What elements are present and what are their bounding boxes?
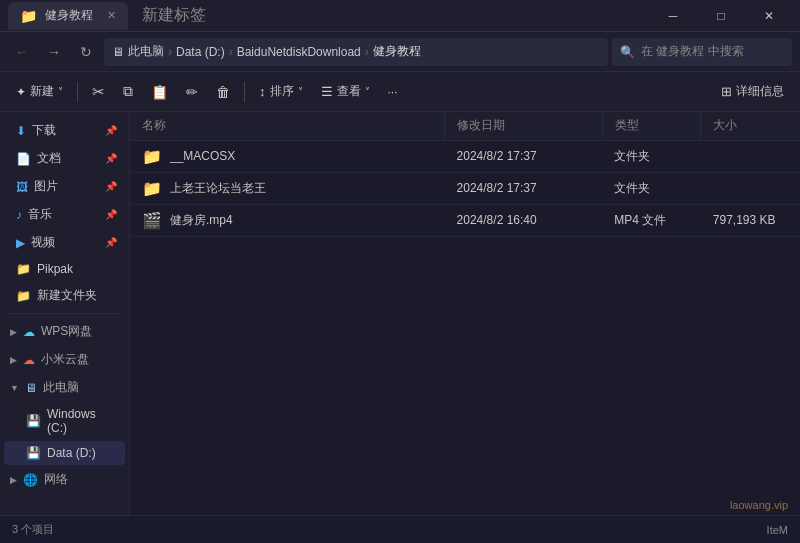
- sidebar-item-videos[interactable]: ▶ 视频 📌: [4, 229, 125, 256]
- thispc-icon: 🖥: [25, 381, 37, 395]
- title-tab[interactable]: 📁 健身教程 ✕: [8, 2, 128, 30]
- sort-button[interactable]: ↕ 排序 ˅: [251, 78, 311, 106]
- breadcrumb-thispc[interactable]: 此电脑: [128, 43, 164, 60]
- videos-icon: ▶: [16, 236, 25, 250]
- file-name-label: 健身房.mp4: [170, 212, 233, 229]
- pin-icon: 📌: [105, 125, 117, 136]
- sort-label: 排序: [270, 83, 294, 100]
- table-row[interactable]: 📁 __MACOSX 2024/8/2 17:37 文件夹: [130, 140, 800, 172]
- sidebar-section-wps[interactable]: ▶ ☁ WPS网盘: [4, 318, 125, 345]
- back-button[interactable]: ←: [8, 38, 36, 66]
- more-icon: ···: [388, 85, 398, 99]
- pictures-icon: 🖼: [16, 180, 28, 194]
- sidebar-item-documents[interactable]: 📄 文档 📌: [4, 145, 125, 172]
- sidebar-label-newfolder: 新建文件夹: [37, 287, 97, 304]
- view-icon: ☰: [321, 84, 333, 99]
- breadcrumb-baidunetdisk[interactable]: BaiduNetdiskDownload: [237, 45, 361, 59]
- sidebar-label-network: 网络: [44, 471, 68, 488]
- cell-type: 文件夹: [602, 172, 701, 204]
- breadcrumb-current[interactable]: 健身教程: [373, 43, 421, 60]
- title-bar: 📁 健身教程 ✕ 新建标签 ─ □ ✕: [0, 0, 800, 32]
- sidebar-item-pictures[interactable]: 🖼 图片 📌: [4, 173, 125, 200]
- forward-button[interactable]: →: [40, 38, 68, 66]
- cell-name: 📁 上老王论坛当老王: [130, 172, 445, 204]
- column-modified[interactable]: 修改日期: [445, 112, 603, 140]
- new-button[interactable]: ✦ 新建 ˅: [8, 78, 71, 106]
- window-controls: ─ □ ✕: [650, 2, 792, 30]
- rename-button[interactable]: ✏: [178, 78, 206, 106]
- file-table: 名称 修改日期 类型 大小 📁 __MACOSX 2024/8/2 17:37 …: [130, 112, 800, 237]
- toolbar: ✦ 新建 ˅ ✂ ⧉ 📋 ✏ 🗑 ↕ 排序 ˅ ☰ 查看 ˅ ··· ⊞ 详细信…: [0, 72, 800, 112]
- item-label: IteM: [767, 524, 788, 536]
- breadcrumb-datad[interactable]: Data (D:): [176, 45, 225, 59]
- thispc-chevron-icon: ▼: [10, 383, 19, 393]
- new-label: 新建: [30, 83, 54, 100]
- file-name-label: 上老王论坛当老王: [170, 180, 266, 197]
- music-icon: ♪: [16, 208, 22, 222]
- table-header-row: 名称 修改日期 类型 大小: [130, 112, 800, 140]
- sidebar-item-pikpak[interactable]: 📁 Pikpak: [4, 257, 125, 281]
- sidebar-label-pikpak: Pikpak: [37, 262, 73, 276]
- xiaomi-chevron-icon: ▶: [10, 355, 17, 365]
- search-placeholder: 在 健身教程 中搜索: [641, 43, 744, 60]
- column-size[interactable]: 大小: [701, 112, 800, 140]
- video-file-icon: 🎬: [142, 211, 162, 230]
- cell-modified: 2024/8/2 16:40: [445, 204, 603, 236]
- delete-icon: 🗑: [216, 84, 230, 100]
- sort-chevron-icon: ˅: [298, 86, 303, 97]
- download-icon: ⬇: [16, 124, 26, 138]
- cell-name: 📁 __MACOSX: [130, 140, 445, 172]
- delete-button[interactable]: 🗑: [208, 78, 238, 106]
- item-count-label: 3 个项目: [12, 522, 54, 537]
- address-bar[interactable]: 🖥 此电脑 › Data (D:) › BaiduNetdiskDownload…: [104, 38, 608, 66]
- column-type[interactable]: 类型: [602, 112, 701, 140]
- paste-button[interactable]: 📋: [143, 78, 176, 106]
- address-pc-icon: 🖥: [112, 45, 124, 59]
- sidebar-item-datad[interactable]: 💾 Data (D:): [4, 441, 125, 465]
- pin-icon-videos: 📌: [105, 237, 117, 248]
- sidebar-section-thispc[interactable]: ▼ 🖥 此电脑: [4, 374, 125, 401]
- cell-type: 文件夹: [602, 140, 701, 172]
- sidebar-item-downloads[interactable]: ⬇ 下载 📌: [4, 117, 125, 144]
- sidebar-item-newfolder[interactable]: 📁 新建文件夹: [4, 282, 125, 309]
- newfolder-icon: 📁: [16, 289, 31, 303]
- sidebar-label-videos: 视频: [31, 234, 55, 251]
- new-tab-button[interactable]: 新建标签: [134, 1, 214, 30]
- sidebar-label-xiaomi: 小米云盘: [41, 351, 89, 368]
- sort-arrows-icon: ↕: [259, 84, 266, 99]
- network-chevron-icon: ▶: [10, 475, 17, 485]
- table-row[interactable]: 🎬 健身房.mp4 2024/8/2 16:40 MP4 文件 797,193 …: [130, 204, 800, 236]
- new-icon: ✦: [16, 85, 26, 99]
- cell-type: MP4 文件: [602, 204, 701, 236]
- sidebar-section-xiaomi[interactable]: ▶ ☁ 小米云盘: [4, 346, 125, 373]
- details-button[interactable]: ⊞ 详细信息: [713, 78, 792, 106]
- search-box[interactable]: 🔍 在 健身教程 中搜索: [612, 38, 792, 66]
- refresh-button[interactable]: ↻: [72, 38, 100, 66]
- sidebar-label-pictures: 图片: [34, 178, 58, 195]
- cut-icon: ✂: [92, 83, 105, 101]
- sidebar-section-network[interactable]: ▶ 🌐 网络: [4, 466, 125, 493]
- copy-button[interactable]: ⧉: [115, 78, 141, 106]
- sidebar-label-documents: 文档: [37, 150, 61, 167]
- wps-icon: ☁: [23, 325, 35, 339]
- paste-icon: 📋: [151, 84, 168, 100]
- cut-button[interactable]: ✂: [84, 78, 113, 106]
- view-chevron-icon: ˅: [365, 86, 370, 97]
- close-button[interactable]: ✕: [746, 2, 792, 30]
- cell-name: 🎬 健身房.mp4: [130, 204, 445, 236]
- maximize-button[interactable]: □: [698, 2, 744, 30]
- tab-close-icon[interactable]: ✕: [107, 9, 116, 22]
- xiaomi-icon: ☁: [23, 353, 35, 367]
- view-button[interactable]: ☰ 查看 ˅: [313, 78, 378, 106]
- breadcrumb: 此电脑 › Data (D:) › BaiduNetdiskDownload ›…: [128, 43, 421, 60]
- sidebar-item-windowsc[interactable]: 💾 Windows (C:): [4, 402, 125, 440]
- minimize-button[interactable]: ─: [650, 2, 696, 30]
- more-button[interactable]: ···: [380, 78, 406, 106]
- sidebar-divider-1: [8, 313, 121, 314]
- column-name[interactable]: 名称: [130, 112, 445, 140]
- cell-size: [701, 172, 800, 204]
- file-area[interactable]: 名称 修改日期 类型 大小 📁 __MACOSX 2024/8/2 17:37 …: [130, 112, 800, 515]
- table-row[interactable]: 📁 上老王论坛当老王 2024/8/2 17:37 文件夹: [130, 172, 800, 204]
- details-label: 详细信息: [736, 83, 784, 100]
- sidebar-item-music[interactable]: ♪ 音乐 📌: [4, 201, 125, 228]
